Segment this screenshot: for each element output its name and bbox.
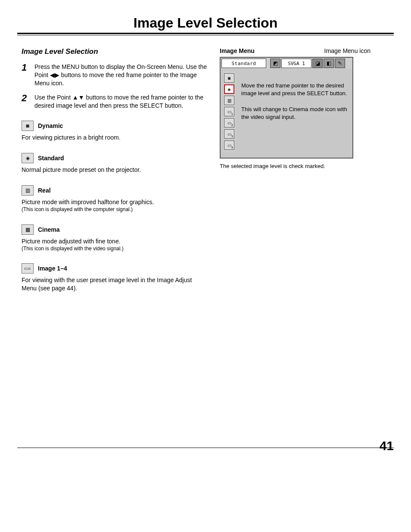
mode-dynamic: ◙ Dynamic For viewing pictures in a brig… [22,121,207,142]
menu-item-dynamic: ◙ [224,73,234,83]
standard-desc: Normal picture mode preset on the projec… [22,166,207,174]
cinema-label: Cinema [38,226,60,233]
callout-move-pointer: Move the red frame pointer to the desire… [241,82,348,97]
mode-image1-4: ▭1 Image 1–4 For viewing with the user p… [22,263,207,292]
real-label: Real [38,187,51,194]
real-icon: ▥ [22,185,34,196]
step-2: 2 Use the Point ▲▼ buttons to move the r… [22,93,207,110]
menu-current-mode: Standard [221,59,266,68]
step-1-text: Press the MENU button to display the On-… [34,63,207,87]
menu-tab-icon-1: ◩ [270,59,280,68]
cinema-note: (This icon is displayed with the video s… [22,246,207,252]
standard-label: Standard [38,155,64,162]
image-menu-panel: Standard ◩ SVGA 1 ◪ ◧ ✎ ◙ ◈ ▥ ▭1 ▭2 ▭3 [220,57,353,159]
dynamic-icon: ◙ [22,121,34,131]
dynamic-desc: For viewing pictures in a bright room. [22,134,207,142]
callout-cinema-note: This will change to Cinema mode icon wit… [241,106,348,121]
footer-divider [17,448,394,448]
menu-item-real: ▥ [224,96,234,105]
page-title: Image Level Selection [17,15,394,31]
step-1-number: 1 [22,63,29,87]
image1-4-desc: For viewing with the user preset image l… [22,276,207,292]
step-2-text: Use the Point ▲▼ buttons to move the red… [34,93,207,110]
cinema-desc: Picture mode adjusted with fine tone. [22,237,207,246]
divider-thin [17,35,394,35]
image-menu-icon-label: Image Menu icon [324,47,371,54]
image-preset-icon-glyph: ▭ [24,265,29,271]
section-heading: Image Level Selection [22,47,207,56]
real-note: (This icon is displayed with the compute… [22,206,207,213]
menu-tab-icon-3: ✎ [335,59,345,68]
menu-item-standard: ◈ [224,84,234,94]
standard-icon: ◈ [22,153,34,163]
page-number: 41 [380,439,394,453]
real-desc: Picture mode with improved halftone for … [22,198,207,206]
menu-tab-icon-2: ◧ [324,59,334,68]
menu-item-image-1: ▭1 [224,107,234,116]
menu-item-image-3: ▭3 [224,129,234,139]
step-1: 1 Press the MENU button to display the O… [22,63,207,87]
image1-4-label: Image 1–4 [38,265,67,272]
divider-thick [17,33,394,34]
menu-item-image-4: ▭4 [224,140,234,150]
menu-item-image-2: ▭2 [224,118,234,128]
image-preset-icon: ▭1 [22,263,34,274]
step-2-number: 2 [22,93,29,110]
selected-level-note: The selected image level is check marked… [220,163,371,169]
image-menu-heading: Image Menu [220,47,255,54]
menu-resolution: SVGA 1 [281,59,311,68]
dynamic-label: Dynamic [38,122,63,129]
image-menu-icon: ◪ [312,59,323,68]
cinema-icon: ▦ [22,224,34,235]
mode-cinema: ▦ Cinema Picture mode adjusted with fine… [22,224,207,252]
mode-real: ▥ Real Picture mode with improved halfto… [22,185,207,213]
image-level-column: ◙ ◈ ▥ ▭1 ▭2 ▭3 ▭4 [223,72,235,152]
mode-standard: ◈ Standard Normal picture mode preset on… [22,153,207,174]
